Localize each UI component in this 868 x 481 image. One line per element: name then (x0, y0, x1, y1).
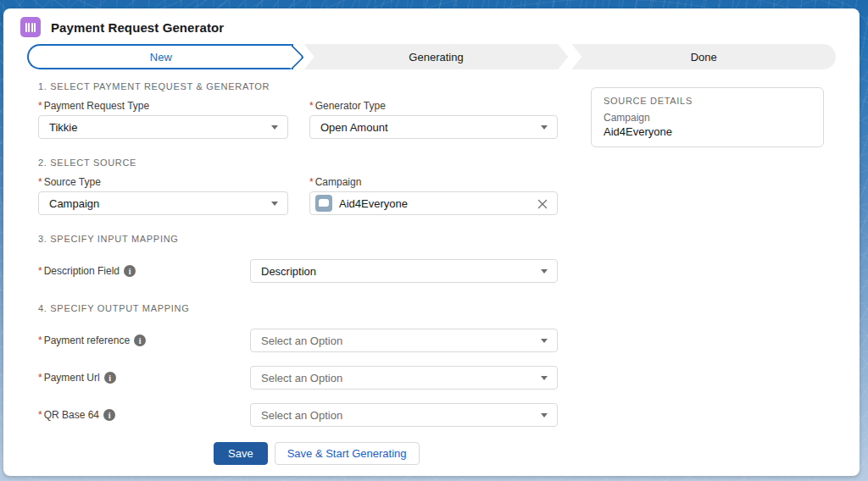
generator-type-combobox[interactable]: Open Amount (309, 115, 558, 139)
campaign-value: Aid4Everyone (339, 197, 408, 210)
source-type-combobox[interactable]: Campaign (38, 191, 288, 215)
save-and-start-generating-button[interactable]: Save & Start Generating (275, 442, 420, 465)
generator-type-label: Generator Type (309, 100, 558, 112)
chevron-down-icon (271, 202, 278, 206)
payment-request-type-combobox[interactable]: Tikkie (38, 115, 288, 139)
qr-base64-label-row: QR Base 64 (38, 409, 250, 421)
page-title: Payment Request Generator (51, 20, 224, 35)
source-details-name: Aid4Everyone (604, 124, 811, 140)
description-field-label-row: Description Field (38, 265, 250, 277)
payment-request-generator-card: Payment Request Generator New Generating… (3, 8, 860, 476)
payment-url-combobox[interactable]: Select an Option (250, 366, 558, 390)
generator-type-value: Open Amount (320, 121, 388, 134)
chevron-down-icon (541, 413, 548, 417)
section-title-select-source: 2. SELECT SOURCE (38, 158, 826, 168)
progress-path: New Generating Done (27, 44, 836, 69)
description-field-combobox[interactable]: Description (250, 259, 558, 283)
source-type-label: Source Type (38, 176, 288, 188)
qr-base64-combobox[interactable]: Select an Option (250, 403, 558, 427)
chevron-down-icon (271, 125, 278, 130)
campaign-selected-pill[interactable]: Aid4Everyone (309, 191, 558, 215)
payment-request-type-field: Payment Request Type Tikkie (38, 100, 288, 139)
chevron-down-icon (541, 269, 548, 274)
payment-reference-combobox[interactable]: Select an Option (250, 329, 558, 352)
save-button[interactable]: Save (214, 442, 268, 465)
chevron-down-icon (541, 339, 548, 343)
path-stage-generating[interactable]: Generating (304, 44, 569, 69)
payment-request-type-label: Payment Request Type (38, 100, 288, 112)
path-stage-generating-label: Generating (409, 51, 463, 64)
source-details-box: SOURCE DETAILS Campaign Aid4Everyone (591, 87, 824, 147)
path-stage-new-label: New (150, 51, 172, 64)
source-type-field: Source Type Campaign (38, 176, 288, 215)
footer-actions: Save Save & Start Generating (214, 442, 826, 465)
info-icon[interactable] (104, 372, 116, 384)
campaign-label: Campaign (309, 176, 558, 188)
payment-url-label: Payment Url (38, 372, 100, 384)
source-details-title: SOURCE DETAILS (604, 96, 811, 106)
payment-reference-label: Payment reference (38, 334, 130, 346)
campaign-record-icon (315, 195, 332, 212)
qr-base64-placeholder: Select an Option (261, 409, 342, 422)
path-stage-done[interactable]: Done (571, 44, 836, 69)
generator-type-field: Generator Type Open Amount (309, 100, 558, 139)
info-icon[interactable] (103, 409, 115, 421)
description-field-value: Description (261, 265, 316, 278)
info-icon[interactable] (124, 265, 136, 277)
payment-reference-label-row: Payment reference (38, 334, 250, 346)
clear-selection-icon[interactable] (537, 198, 548, 210)
path-stage-new[interactable]: New (27, 44, 293, 69)
description-field-label: Description Field (38, 265, 120, 277)
section-title-output-mapping: 4. SPECIFY OUTPUT MAPPING (38, 303, 826, 313)
payment-generator-icon (20, 17, 41, 37)
qr-base64-label: QR Base 64 (38, 409, 99, 421)
info-icon[interactable] (134, 334, 146, 346)
payment-url-label-row: Payment Url (38, 372, 250, 384)
path-stage-done-label: Done (691, 51, 717, 64)
chevron-down-icon (541, 376, 548, 380)
source-type-value: Campaign (49, 197, 99, 210)
source-details-type: Campaign (604, 111, 811, 124)
payment-request-type-value: Tikkie (49, 121, 77, 134)
campaign-field: Campaign Aid4Everyone (309, 176, 558, 215)
chevron-down-icon (541, 125, 548, 130)
section-title-input-mapping: 3. SPECIFY INPUT MAPPING (38, 234, 826, 244)
payment-url-placeholder: Select an Option (261, 372, 342, 384)
payment-reference-placeholder: Select an Option (261, 334, 342, 347)
card-header: Payment Request Generator (3, 8, 860, 39)
